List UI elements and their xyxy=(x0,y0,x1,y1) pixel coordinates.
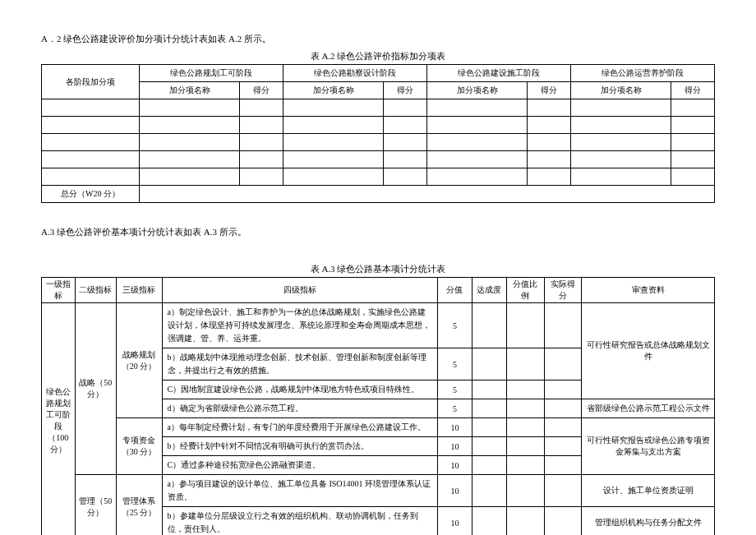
score-cell: 10 xyxy=(437,507,472,536)
l4-cell: b）参建单位分层级设立行之有效的组织机构、联动协调机制，任务到位，责任到人。 xyxy=(162,507,437,536)
score-cell: 5 xyxy=(437,303,472,348)
table-a3: 一级指标 二级指标 三级指标 四级指标 分值 达成度 分值比例 实际得分 审查资… xyxy=(41,277,715,535)
score-cell: 5 xyxy=(437,380,472,399)
a2-empty-row xyxy=(42,99,715,117)
hdr-score: 分值 xyxy=(437,278,472,303)
l3-fund: 专项资金（30 分） xyxy=(116,418,162,475)
hdr-actual: 实际得分 xyxy=(544,278,582,303)
l4-cell: C）通过多种途径拓宽绿色公路融资渠道。 xyxy=(162,456,437,475)
l2-manage: 管理（50 分） xyxy=(75,475,116,536)
a2-sub-score: 得分 xyxy=(384,82,427,99)
a2-empty-row xyxy=(42,168,715,186)
score-cell: 10 xyxy=(437,418,472,437)
a2-intro: A．2 绿色公路建设评价加分项计分统计表如表 A.2 所示。 xyxy=(41,33,715,45)
l4-cell: b）经费计划中针对不同情况有明确可执行的赏罚办法。 xyxy=(162,437,437,456)
hdr-l1: 一级指标 xyxy=(42,278,76,303)
a2-sub-score: 得分 xyxy=(528,82,571,99)
score-cell: 5 xyxy=(437,399,472,418)
l2-strategy: 战略（50 分） xyxy=(75,303,116,475)
hdr-material: 审查资料 xyxy=(582,278,715,303)
score-cell: 10 xyxy=(437,475,472,507)
a2-sub-name: 加分项名称 xyxy=(140,82,240,99)
hdr-l3: 三级指标 xyxy=(116,278,162,303)
a2-total-label: 总分（W20 分） xyxy=(42,186,140,203)
hdr-l2: 二级指标 xyxy=(75,278,116,303)
l4-cell: b）战略规划中体现推动理念创新、技术创新、管理创新和制度创新等理念，并提出行之有… xyxy=(162,348,437,380)
a2-sub-name: 加分项名称 xyxy=(427,82,528,99)
a2-sub-name: 加分项名称 xyxy=(571,82,671,99)
a2-stage-2: 绿色公路建设施工阶段 xyxy=(427,65,571,82)
l4-cell: d）确定为省部级绿色公路示范工程。 xyxy=(162,399,437,418)
mat-cell: 可行性研究报告或绿色公路专项资金筹集与支出方案 xyxy=(582,418,715,475)
mat-cell: 管理组织机构与任务分配文件 xyxy=(582,507,715,536)
a2-sub-name: 加分项名称 xyxy=(284,82,384,99)
a3-intro: A.3 绿色公路评价基本项计分统计表如表 A.3 所示。 xyxy=(41,226,715,238)
a3-caption: 表 A.3 绿色公路基本项计分统计表 xyxy=(41,263,715,275)
mat-cell: 设计、施工单位资质证明 xyxy=(582,475,715,507)
score-cell: 5 xyxy=(437,348,472,380)
a2-stage-1: 绿色公路勘察设计阶段 xyxy=(284,65,427,82)
score-cell: 10 xyxy=(437,437,472,456)
l3-system: 管理体系（25 分） xyxy=(116,475,162,536)
a2-stage-3: 绿色公路运营养护阶段 xyxy=(571,65,715,82)
l3-plan: 战略规划（20 分） xyxy=(116,303,162,418)
mat-cell: 省部级绿色公路示范工程公示文件 xyxy=(582,399,715,418)
a2-empty-row xyxy=(42,151,715,168)
l4-cell: a）每年制定经费计划，有专门的年度经费用于开展绿色公路建设工作。 xyxy=(162,418,437,437)
mat-cell: 可行性研究报告或总体战略规划文件 xyxy=(582,303,715,399)
l4-cell: a）参与项目建设的设计单位、施工单位具备 ISO14001 环境管理体系认证资质… xyxy=(162,475,437,507)
table-a2: 各阶段加分项 绿色公路规划工可阶段 绿色公路勘察设计阶段 绿色公路建设施工阶段 … xyxy=(41,64,715,203)
hdr-l4: 四级指标 xyxy=(162,278,437,303)
a2-sub-score: 得分 xyxy=(671,82,715,99)
a2-stage-0: 绿色公路规划工可阶段 xyxy=(140,65,284,82)
l1-cell: 绿色公路规划工可阶段（100 分） xyxy=(42,303,76,536)
a2-sub-score: 得分 xyxy=(240,82,284,99)
a2-empty-row xyxy=(42,134,715,151)
a2-total-row: 总分（W20 分） xyxy=(42,186,715,203)
hdr-reach: 达成度 xyxy=(472,278,506,303)
a2-caption: 表 A.2 绿色公路评价指标加分项表 xyxy=(41,50,715,62)
a2-header-stage: 各阶段加分项 xyxy=(42,65,140,99)
hdr-ratio: 分值比例 xyxy=(506,278,544,303)
l4-cell: a）制定绿色设计、施工和养护为一体的总体战略规划，实施绿色公路建设计划，体现坚持… xyxy=(162,303,437,348)
score-cell: 10 xyxy=(437,456,472,475)
l4-cell: C）因地制宜建设绿色公路，战略规划中体现地方特色或项目特殊性。 xyxy=(162,380,437,399)
a2-empty-row xyxy=(42,117,715,134)
